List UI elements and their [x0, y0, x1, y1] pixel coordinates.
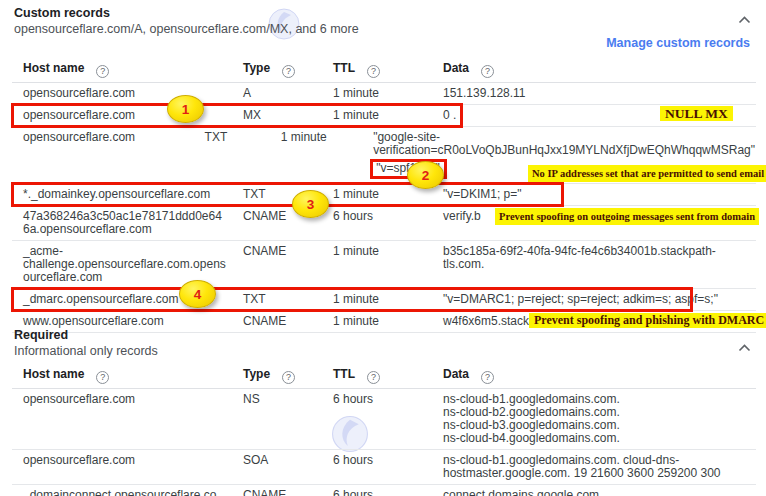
annotation-badge-4: 4 [179, 280, 216, 308]
host-cell: _domainconnect.opensourceflare.com [12, 485, 232, 496]
record-row-txt-spf: opensourceflare.com TXT 1 minute "google… [12, 127, 756, 184]
type-cell: TXT [232, 289, 322, 310]
ttl-cell: 6 hours [322, 206, 432, 240]
ttl-cell: 6 hours [322, 485, 432, 496]
custom-records-header: Custom records opensourceflare.com/A, op… [14, 6, 359, 36]
annotation-badge-3: 3 [292, 190, 329, 218]
annotation-note-spf: No IP addresses set that are permitted t… [528, 165, 766, 182]
required-records-header: Required Informational only records [14, 328, 158, 358]
column-label: Host name [23, 61, 84, 75]
table-header-row: Host name? Type? TTL? Data? [12, 58, 756, 83]
data-cell: 151.139.128.11 [432, 83, 756, 104]
type-cell: CNAME [232, 241, 322, 288]
chevron-up-icon [738, 344, 751, 352]
annotation-note-null-mx: NULL MX [660, 106, 733, 121]
column-label: Type [243, 367, 270, 381]
data-cell: "v=DMARC1; p=reject; sp=reject; adkim=s;… [432, 289, 756, 310]
annotation-note-dmarc: Prevent spoofing and phishing with DMARC [529, 313, 766, 328]
section-subtitle: Informational only records [14, 344, 158, 358]
section-title: Custom records [14, 6, 359, 20]
column-label: Type [243, 61, 270, 75]
record-row-domainconnect: _domainconnect.opensourceflare.com CNAME… [12, 485, 756, 496]
column-header-ttl: TTL? [322, 364, 432, 388]
help-icon[interactable]: ? [367, 371, 380, 384]
host-cell: opensourceflare.com [12, 389, 232, 449]
host-cell: opensourceflare.com [12, 127, 194, 183]
help-icon[interactable]: ? [96, 65, 109, 78]
chevron-up-icon [738, 16, 751, 24]
txt-value: "google-site-verification=cR0oLVoQbJBunH… [373, 131, 755, 157]
column-header-hostname: Host name? [12, 58, 232, 82]
column-label: Host name [23, 367, 84, 381]
column-header-type: Type? [232, 58, 322, 82]
column-label: TTL [333, 61, 355, 75]
help-icon[interactable]: ? [481, 65, 494, 78]
data-cell: ns-cloud-b1.googledomains.com. ns-cloud-… [432, 389, 756, 449]
section-subtitle: opensourceflare.com/A, opensourceflare.c… [14, 22, 359, 36]
ttl-cell: 6 hours [322, 450, 432, 484]
help-icon[interactable]: ? [367, 65, 380, 78]
column-header-type: Type? [232, 364, 322, 388]
help-icon[interactable]: ? [481, 371, 494, 384]
record-row-mx: opensourceflare.com MX 1 minute 0 . 1 NU… [12, 105, 756, 127]
type-cell: NS [232, 389, 322, 449]
section-title: Required [14, 328, 158, 342]
ttl-cell: 1 minute [322, 289, 432, 310]
type-cell: CNAME [232, 485, 322, 496]
column-label: Data [443, 367, 469, 381]
ttl-cell: 1 minute [270, 127, 362, 183]
record-row-ns: opensourceflare.com NS 6 hours ns-cloud-… [12, 389, 756, 450]
ttl-cell: 1 minute [322, 241, 432, 288]
annotation-badge-1: 1 [167, 95, 204, 123]
ttl-cell: 1 minute [322, 311, 432, 332]
table-header-row: Host name? Type? TTL? Data? [12, 364, 756, 389]
collapse-section-button[interactable] [738, 10, 751, 28]
column-header-hostname: Host name? [12, 364, 232, 388]
data-cell: ns-cloud-b1.googledomains.com. cloud-dns… [432, 450, 756, 484]
ns-value: ns-cloud-b4.googledomains.com. [443, 432, 755, 445]
column-header-data: Data? [432, 364, 756, 388]
column-header-data: Data? [432, 58, 756, 82]
record-row-soa: opensourceflare.com SOA 6 hours ns-cloud… [12, 450, 756, 485]
manage-custom-records-link[interactable]: Manage custom records [606, 36, 750, 50]
annotation-badge-2: 2 [407, 161, 444, 189]
column-label: TTL [333, 367, 355, 381]
dns-records-page: Custom records opensourceflare.com/A, op… [0, 0, 766, 496]
type-cell: MX [232, 105, 322, 126]
host-cell: *._domainkey.opensourceflare.com [12, 184, 232, 205]
annotation-note-dkim: Prevent spoofing on outgoing messages se… [495, 208, 759, 225]
help-icon[interactable]: ? [282, 65, 295, 78]
type-cell: SOA [232, 450, 322, 484]
ttl-cell: 1 minute [322, 105, 432, 126]
type-cell: TXT [194, 127, 270, 183]
ttl-cell: 1 minute [322, 83, 432, 104]
help-icon[interactable]: ? [282, 371, 295, 384]
host-cell: opensourceflare.com [12, 450, 232, 484]
record-row-a: opensourceflare.com A 1 minute 151.139.1… [12, 83, 756, 105]
data-cell: b35c185a-69f2-40fa-94fc-fe4c6b34001b.sta… [432, 241, 756, 288]
column-header-ttl: TTL? [322, 58, 432, 82]
record-row-dkim: *._domainkey.opensourceflare.com TXT 1 m… [12, 184, 756, 206]
required-records-table: Host name? Type? TTL? Data? opensourcefl… [12, 364, 756, 496]
record-row-verify-cname: 47a368246a3c50ac1e78171ddd0e646a.opensou… [12, 206, 756, 241]
type-cell: A [232, 83, 322, 104]
ttl-cell: 6 hours [322, 389, 432, 449]
column-label: Data [443, 61, 469, 75]
data-cell: connect.domains.google.com. [432, 485, 756, 496]
help-icon[interactable]: ? [96, 371, 109, 384]
custom-records-table: Host name? Type? TTL? Data? opensourcefl… [12, 58, 756, 333]
record-row-dmarc: _dmarc.opensourceflare.com TXT 1 minute … [12, 289, 756, 311]
data-cell: "v=DKIM1; p=" [432, 184, 756, 205]
type-cell: CNAME [232, 311, 322, 332]
host-cell: 47a368246a3c50ac1e78171ddd0e646a.opensou… [12, 206, 232, 240]
record-row-acme-cname: _acme-challenge.opensourceflare.com.open… [12, 241, 756, 289]
collapse-section-button[interactable] [738, 338, 751, 356]
